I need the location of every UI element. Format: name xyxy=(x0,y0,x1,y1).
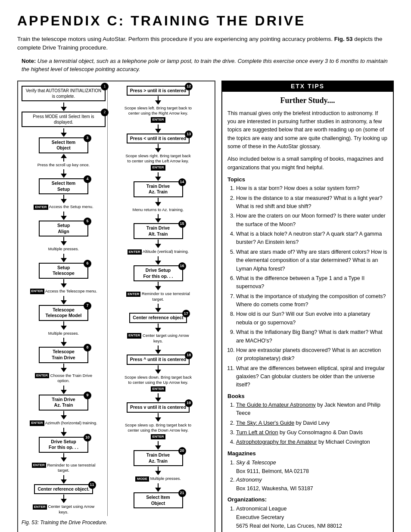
step-14-box: 14 Train DriveAz. Train xyxy=(134,181,183,197)
step-13: 13 Press < until it is centered Scope sl… xyxy=(109,134,207,171)
arrow-5-6 xyxy=(61,254,67,262)
step-11-num: 11 xyxy=(88,481,96,489)
list-item: How old is our Sun? Will our Sun evolve … xyxy=(236,310,388,327)
list-item: What is the importance of studying the c… xyxy=(236,292,388,309)
step-9-arrow xyxy=(61,411,67,420)
orgs-label: Organizations: xyxy=(227,496,388,503)
list-item: How is a star born? How does a solar sys… xyxy=(236,184,388,193)
etx-tips-header: ETX TIPS xyxy=(221,81,394,92)
list-item: What are the differences between ellipti… xyxy=(236,364,388,389)
step-12-num: 12 xyxy=(185,83,193,90)
flowchart: 1 Verify that AUTOSTAR INITIALIZATION is… xyxy=(22,86,211,516)
list-item: Astronomical LeagueExecutive Secretary56… xyxy=(236,504,388,530)
step-3-ann: Press the scroll up key once. xyxy=(37,162,90,168)
list-item: What is the Inflationary Big Bang? What … xyxy=(236,328,388,345)
step-12: 12 Press > until it is centered Scope sl… xyxy=(109,86,207,123)
arrow-9-10 xyxy=(61,428,67,436)
topics-list: How is a star born? How does a solar sys… xyxy=(227,184,388,389)
step-12-arrow xyxy=(155,96,161,105)
book-title: The Sky: A User's Guide xyxy=(236,420,294,426)
step-10: 10 Drive SetupFor this op. . . ENTER Rem… xyxy=(22,437,106,474)
step-3: 3 Select ItemObject Press the scroll up … xyxy=(22,137,106,168)
step-1-num: 1 xyxy=(101,83,109,90)
topics-label: Topics xyxy=(227,176,388,183)
step-18-num: 18 xyxy=(185,352,193,359)
books-label: Books xyxy=(227,393,388,399)
step-3-box: 3 Select ItemObject xyxy=(39,137,88,153)
arrow-16-17 xyxy=(155,304,161,312)
arrow-8-9 xyxy=(61,386,67,394)
step-12-box: 12 Press > until it is centered xyxy=(127,86,190,96)
arrow-13-14 xyxy=(155,172,161,181)
book-title: Astrophotography for the Amateur xyxy=(236,439,317,445)
step-1-box: 1 Verify that AUTOSTAR INITIALIZATION is… xyxy=(22,86,106,101)
arrow-20-21 xyxy=(155,483,161,492)
arrow-4-5 xyxy=(61,212,67,220)
step-18-arrow xyxy=(155,365,161,374)
step-14-num: 14 xyxy=(178,178,186,186)
step-17-arrow xyxy=(155,324,161,332)
step-17-ann: ENTER Center target using Arrow keys. xyxy=(124,333,193,344)
step-10-box: 10 Drive SetupFor this op. . . xyxy=(39,437,88,453)
step-4-arrow xyxy=(61,195,67,203)
step-5: 5 SetupAlign Multiple presses. xyxy=(22,221,106,252)
step-16-arrow xyxy=(155,282,161,290)
flowchart-panel: 1 Verify that AUTOSTAR INITIALIZATION is… xyxy=(17,81,215,532)
etx-intro-1: This manual gives only the briefest intr… xyxy=(227,109,388,151)
step-8-ann: ENTER Choose the Train Drive option. xyxy=(29,373,98,384)
step-13-arrow xyxy=(155,144,161,152)
arrow-7-8 xyxy=(61,338,67,346)
content-area: 1 Verify that AUTOSTAR INITIALIZATION is… xyxy=(17,81,394,532)
step-7-arrow-down xyxy=(61,321,67,330)
step-12-ann: Scope slews left. Bring target back to c… xyxy=(124,106,193,116)
list-item: What is the difference between a Type 1 … xyxy=(236,274,388,291)
list-item: Sky & TelescopeBox 9111, Belmont, MA 021… xyxy=(236,458,388,476)
step-2-num: 2 xyxy=(101,109,109,116)
list-item: Turn Left at Orion by Guy Consolmagno & … xyxy=(236,429,388,437)
list-item: How are extrasolar planets discovered? W… xyxy=(236,346,388,363)
list-item: The Guide to Amateur Astronomy by Jack N… xyxy=(236,401,388,418)
step-5-arrow-down xyxy=(61,237,67,246)
arrow-3-4 xyxy=(61,169,67,178)
arrow-19-20 xyxy=(155,441,161,450)
step-6-box: 6 SetupTelescope xyxy=(39,263,88,279)
fig-caption: Fig. 53: Training the Drive Procedure. xyxy=(22,520,211,526)
step-16-num: 16 xyxy=(178,262,186,270)
step-20: 20 Train DriveAz. Train MODE Multiple pr… xyxy=(109,450,207,482)
arrow-17-18 xyxy=(155,345,161,354)
step-6-ann: ENTER Access the Telescope menu. xyxy=(30,289,97,294)
step-13-enter: ENTER xyxy=(151,165,165,171)
etx-intro-2: Also included below is a small sampling … xyxy=(227,155,388,172)
step-3-arrow-up xyxy=(61,154,67,162)
step-1: 1 Verify that AUTOSTAR INITIALIZATION is… xyxy=(22,86,106,101)
step-4: 4 Select ItemSetup ENTER Access the Setu… xyxy=(22,178,106,210)
step-15-arrow xyxy=(155,240,161,248)
arrow-18-19 xyxy=(155,393,161,402)
list-item: Astrophotography for the Amateur by Mich… xyxy=(236,438,388,446)
step-6-arrow xyxy=(61,279,67,288)
step-14-ann: Menu returns to Az. training. xyxy=(133,207,184,212)
step-16-box: 16 Drive SetupFor this op. . . xyxy=(134,265,183,281)
step-13-box: 13 Press < until it is centered xyxy=(127,134,190,144)
step-18-enter: ENTER xyxy=(151,386,165,392)
step-9-num: 9 xyxy=(84,392,91,399)
step-7: 7 TelescopeTelescope Model Multiple pres… xyxy=(22,305,106,337)
arrow-1-2 xyxy=(61,103,67,111)
step-21-box: 21 Select ItemObject xyxy=(134,492,183,508)
step-5-num: 5 xyxy=(84,218,91,225)
magazines-list: Sky & TelescopeBox 9111, Belmont, MA 021… xyxy=(227,458,388,493)
orgs-list: Astronomical LeagueExecutive Secretary56… xyxy=(227,504,388,532)
list-item: How are the craters on our Moon formed? … xyxy=(236,212,388,229)
step-20-num: 20 xyxy=(178,447,186,455)
step-15-num: 15 xyxy=(178,220,186,228)
step-19-num: 19 xyxy=(185,399,193,407)
page-title: APPENDIX C: TRAINING THE DRIVE xyxy=(17,13,394,29)
step-19: 19 Press v until it is centered Scope sl… xyxy=(109,402,207,440)
step-13-num: 13 xyxy=(185,131,193,138)
step-7-box: 7 TelescopeTelescope Model xyxy=(39,305,88,321)
step-15-box: 15 Train DriveAlt. Train xyxy=(134,223,183,239)
step-15: 15 Train DriveAlt. Train ENTER Altitude … xyxy=(109,223,207,255)
step-15-ann: ENTER Altitude (vertical) training. xyxy=(128,249,189,255)
step-16-ann: ENTER Reminder to use terrestrial target… xyxy=(124,291,193,302)
step-7-ann: Multiple presses. xyxy=(48,331,79,336)
